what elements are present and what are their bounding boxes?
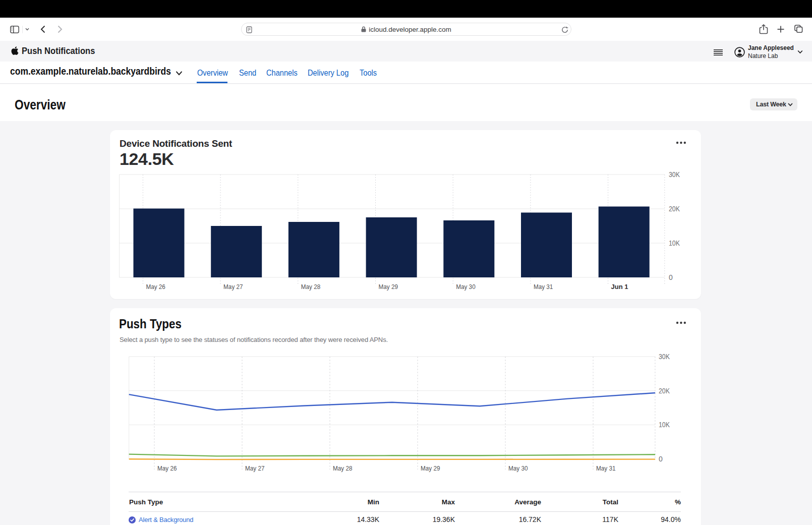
svg-text:May 30: May 30	[456, 283, 476, 290]
svg-text:May 31: May 31	[534, 283, 553, 290]
svg-text:20K: 20K	[669, 205, 680, 213]
svg-text:May 28: May 28	[333, 464, 353, 472]
svg-text:10K: 10K	[659, 421, 670, 429]
svg-text:May 26: May 26	[146, 283, 165, 290]
svg-text:20K: 20K	[659, 387, 670, 395]
svg-text:May 27: May 27	[245, 464, 265, 472]
svg-text:30K: 30K	[669, 170, 680, 179]
svg-text:May 31: May 31	[596, 464, 616, 472]
svg-text:10K: 10K	[669, 239, 680, 247]
svg-text:0: 0	[659, 455, 663, 463]
svg-text:May 29: May 29	[379, 283, 398, 290]
svg-text:30K: 30K	[659, 353, 670, 361]
svg-text:May 30: May 30	[508, 464, 528, 472]
svg-text:May 26: May 26	[157, 464, 177, 472]
svg-text:May 28: May 28	[301, 283, 321, 290]
svg-text:May 27: May 27	[223, 283, 243, 290]
svg-text:Jun 1: Jun 1	[611, 283, 628, 290]
svg-text:May 29: May 29	[421, 464, 440, 472]
svg-text:0: 0	[669, 273, 673, 281]
